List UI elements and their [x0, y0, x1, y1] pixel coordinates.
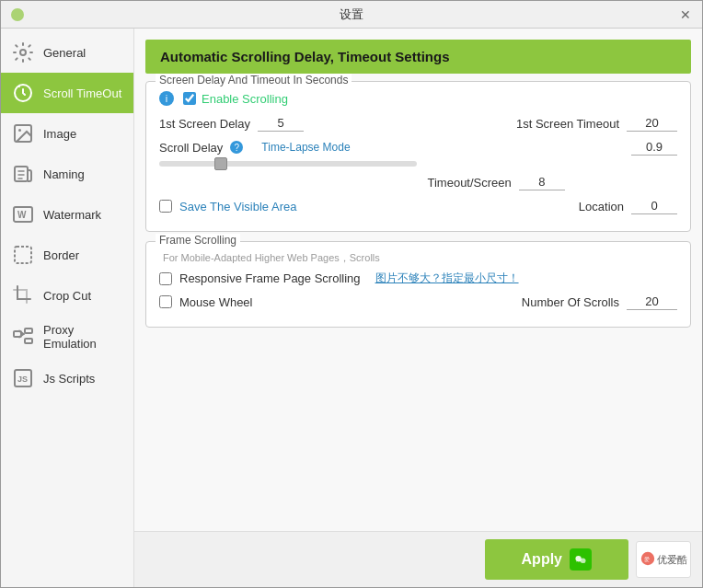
enable-scrolling-label: Enable Scrolling	[202, 92, 288, 106]
crop-icon	[10, 282, 36, 308]
first-screen-timeout-label: 1st Screen Timeout	[516, 117, 619, 131]
sidebar-item-border[interactable]: Border	[1, 235, 133, 275]
timeout-location-row: Timeout/Screen	[159, 174, 677, 198]
timeout-right: Timeout/Screen	[428, 174, 678, 198]
youaiku-label: 优爱酷	[657, 553, 687, 567]
slider-row	[159, 161, 677, 167]
content-inner: Screen Delay And Timeout In Seconds i En…	[134, 74, 702, 531]
sidebar-item-general[interactable]: General	[1, 32, 133, 73]
gear-icon	[10, 40, 36, 65]
location-label: Location	[579, 200, 624, 213]
time-lapse-label: Time-Lapse Mode	[261, 141, 350, 154]
timeout-left	[159, 174, 409, 198]
sidebar: General Scroll TimeOut	[1, 29, 134, 587]
svg-point-1	[11, 8, 24, 21]
scroll-delay-info-icon: ?	[230, 141, 243, 154]
naming-icon	[10, 161, 36, 187]
section-header: Automatic Scrolling Delay, Timeout Setti…	[145, 40, 691, 74]
frame-scrolling-panel: Frame Scrolling For Mobile-Adapted Highe…	[145, 241, 691, 328]
first-screen-timeout-input[interactable]	[627, 115, 677, 132]
info-icon: i	[159, 91, 174, 106]
apply-button[interactable]: Apply	[485, 539, 628, 580]
sidebar-label-border: Border	[43, 248, 79, 262]
sidebar-item-naming[interactable]: Naming	[1, 154, 133, 194]
scroll-icon	[10, 80, 36, 106]
content-area: Automatic Scrolling Delay, Timeout Setti…	[134, 29, 702, 587]
mouse-wheel-label: Mouse Wheel	[179, 295, 252, 309]
js-icon: JS	[10, 365, 36, 391]
svg-text:JS: JS	[17, 375, 28, 384]
close-button[interactable]: ✕	[676, 6, 695, 24]
sidebar-label-general: General	[43, 46, 86, 60]
first-screen-delay-label: 1st Screen Delay	[159, 117, 250, 131]
responsive-row: Responsive Frame Page Scrolling 图片不够大？指定…	[159, 271, 677, 286]
timeout-screen-row: Timeout/Screen	[428, 174, 678, 190]
apply-label: Apply	[522, 551, 562, 568]
youaiku-icon: 爱	[640, 551, 655, 568]
svg-text:爱: 爱	[644, 557, 650, 562]
first-screen-delay-input[interactable]	[258, 115, 304, 132]
svg-text:W: W	[17, 210, 27, 220]
sidebar-label-scroll-timeout: Scroll TimeOut	[43, 86, 121, 100]
main-window: 设置 ✕ General	[0, 0, 703, 588]
responsive-link[interactable]: 图片不够大？指定最小尺寸！	[375, 271, 519, 286]
number-of-scrolls-input[interactable]	[627, 294, 677, 310]
watermark-icon: W	[10, 202, 36, 227]
scroll-delay-slider-track[interactable]	[159, 161, 417, 167]
location-input[interactable]	[631, 198, 677, 214]
border-icon	[10, 242, 36, 268]
mouse-wheel-row: Mouse Wheel Number Of Scrolls	[159, 294, 677, 310]
svg-rect-12	[25, 339, 32, 343]
sidebar-item-crop-cut[interactable]: Crop Cut	[1, 275, 133, 316]
window-title: 设置	[27, 6, 676, 23]
enable-scrolling-row: i Enable Scrolling	[159, 91, 677, 106]
scroll-delay-label: Scroll Delay	[159, 141, 223, 155]
sidebar-label-naming: Naming	[43, 167, 85, 181]
sidebar-item-scroll-timeout[interactable]: Scroll TimeOut	[1, 73, 133, 113]
save-visible-label: Save The Visible Area	[179, 200, 296, 213]
timeout-screen-input[interactable]	[519, 174, 565, 190]
timeout-screen-label: Timeout/Screen	[428, 176, 512, 190]
svg-point-2	[20, 50, 26, 55]
svg-rect-9	[15, 247, 31, 263]
sidebar-label-proxy-emulation: Proxy Emulation	[43, 323, 124, 351]
youaiku-badge: 爱 优爱酷	[636, 541, 691, 578]
save-visible-row: Save The Visible Area Location	[159, 198, 677, 214]
scroll-delay-slider-thumb[interactable]	[214, 157, 227, 170]
wechat-icon	[570, 548, 592, 571]
frame-scrolling-header: For Mobile-Adapted Higher Web Pages，Scro…	[159, 251, 677, 265]
app-icon	[8, 6, 27, 24]
sidebar-label-watermark: Watermark	[43, 208, 101, 222]
save-visible-checkbox[interactable]	[159, 200, 172, 213]
screen-delay-title: Screen Delay And Timeout In Seconds	[156, 74, 352, 86]
mouse-wheel-checkbox[interactable]	[159, 295, 172, 308]
sidebar-item-image[interactable]: Image	[1, 113, 133, 154]
enable-scrolling-checkbox[interactable]	[183, 92, 196, 105]
scroll-delay-input[interactable]	[631, 139, 677, 156]
screen-delay-panel: Screen Delay And Timeout In Seconds i En…	[145, 81, 691, 232]
sidebar-label-image: Image	[43, 127, 76, 141]
svg-rect-11	[25, 329, 32, 333]
sidebar-item-js-scripts[interactable]: JS Js Scripts	[1, 358, 133, 398]
image-icon	[10, 121, 36, 146]
frame-scrolling-note: For Mobile-Adapted Higher Web Pages，Scro…	[163, 251, 380, 265]
bottom-bar: Apply 爱 优爱酷	[134, 531, 702, 587]
number-of-scrolls-label: Number Of Scrolls	[522, 295, 619, 309]
sidebar-label-js-scripts: Js Scripts	[43, 372, 95, 386]
first-screen-row: 1st Screen Delay 1st Screen Timeout	[159, 115, 677, 132]
sidebar-label-crop-cut: Crop Cut	[43, 289, 91, 303]
responsive-checkbox[interactable]	[159, 272, 172, 285]
scroll-delay-row: Scroll Delay ? Time-Lapse Mode	[159, 139, 677, 156]
frame-scrolling-title: Frame Scrolling	[156, 234, 240, 247]
sidebar-item-proxy-emulation[interactable]: Proxy Emulation	[1, 316, 133, 358]
sidebar-item-watermark[interactable]: W Watermark	[1, 194, 133, 235]
titlebar: 设置 ✕	[1, 1, 702, 29]
svg-point-5	[18, 129, 21, 132]
proxy-icon	[10, 324, 36, 350]
main-layout: General Scroll TimeOut	[1, 29, 702, 587]
responsive-label: Responsive Frame Page Scrolling	[179, 271, 361, 285]
